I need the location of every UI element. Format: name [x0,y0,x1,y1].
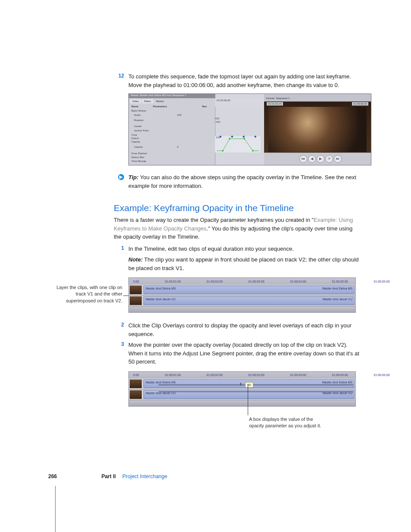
row-scale: Scale [134,114,140,116]
step-12: 12 To complete this sequence, fade the t… [114,72,359,89]
tab-filters: Filters [142,99,153,103]
col-nav: Nav [202,105,207,108]
scale-val: 100 [177,114,181,116]
tip-text: You can also do the above steps using th… [128,174,356,189]
clip-label-right: Master shot Debra MS [322,287,352,290]
clip-label: Master shot Debra MS [146,287,176,290]
row-center: Center [134,125,142,128]
canvas-tc-l: 00.00.09.04 [267,102,283,106]
step-number: 2 [114,321,124,338]
footer-vertical-rule [55,486,56,532]
clip-label: Master shot Jacob CU [146,298,175,301]
ruler-tick: 01:00:03:00 [249,373,265,376]
timeline-figure-1: 0:00 01:00:01:00 01:00:02:00 01:00:03:00… [128,277,356,313]
ruler-tick: 0:00 [133,280,139,283]
step-number: 3 [114,341,124,366]
step-3: 3 Move the pointer over the opacity over… [114,341,359,366]
tab-motion: Motion [154,99,166,103]
ruler-tick: 01:00:06:00 [374,373,390,376]
clip-thumb [130,296,142,305]
canvas-title: Canvas: Sequence 1 [266,97,290,100]
step-number: 1 [114,245,124,253]
intro-para: There is a faster way to create the Opac… [114,216,359,241]
page-number: 266 [48,473,57,479]
intro-pre: There is a faster way to create the Opac… [114,217,314,223]
ruler-tick: 01:00:04:00 [290,280,306,283]
clip-thumb [130,390,142,399]
btn-next-edit-icon: ⏭ [334,155,342,163]
timeline-bottom-bar [128,306,356,313]
row-dropshadow: Drop Shadow [131,152,147,155]
note-para: Note: The clip you want to appear in fro… [128,255,359,272]
clip-thumb [130,380,142,388]
opacity-val: 0 [177,146,178,148]
page-footer: 266 Part II Project Interchange [48,473,167,479]
example-heading: Example: Keyframing Opacity in the Timel… [114,203,359,213]
ruler-tick: 01:00:01:00 [165,280,181,283]
adjust-line-pointer-icon: ⇕ [239,382,243,386]
opacity-overlay-line [159,392,353,392]
tip-row: ▶ Tip: You can also do the above steps u… [114,173,359,190]
row-timeremap: Time Remap [131,160,146,162]
video-frame [268,107,367,152]
transport-controls: ⏮ ◀ ▶ ⟳ ⏭ [299,155,342,163]
tip-arrow-icon: ▶ [118,174,124,180]
btn-prev-edit-icon: ⏮ [299,155,307,163]
rot-plus: 432 [215,117,219,120]
below-annotation: A box displays the value of the opacity … [249,416,322,429]
row-basic: Basic Motion [131,109,146,112]
timeline-ruler: 0:00 01:00:01:00 01:00:02:00 01:00:03:00… [128,277,356,285]
ruler-tick: 01:00:02:00 [207,373,223,376]
motion-viewer-screenshot: Viewer: Master shot Debra MS from Sequen… [128,93,371,165]
col-param: Parameters [153,105,167,108]
ruler-tick: 01:00:06:00 [374,280,390,283]
canvas-preview: Canvas: Sequence 1 00.00.09.04 01:00:06:… [264,94,371,165]
track-v2: Master shot Debra MS Master shot Debra M… [128,379,356,389]
timeline-ruler: 0:00 01:00:01:00 01:00:02:00 01:00:03:00… [128,371,356,379]
clip-label-right: Master shot Jacob CU [323,298,352,301]
track-v2: Master shot Debra MS Master shot Debra M… [128,285,356,296]
clip-label: Master shot Debra MS [146,381,176,384]
footer-title: Project Interchange [122,473,167,479]
step-body: Click the Clip Overlays control to displ… [128,321,359,338]
tab-video: Video [130,99,141,103]
note-text: The clip you want to appear in front sho… [128,256,359,271]
btn-play-back-icon: ◀ [308,155,316,163]
step-body: To complete this sequence, fade the topm… [128,72,359,89]
clip-label-right: Master shot Jacob CU [323,392,352,395]
row-distort: Distort [131,137,139,140]
track-v1: Master shot Jacob CU Master shot Jacob C… [128,296,356,306]
side-annotation-1: Layer the clips, with one clip on track … [53,284,122,304]
tip-icon: ▶ [114,173,124,190]
row-crop: Crop [131,134,137,136]
step-2: 2 Click the Clip Overlays control to dis… [114,321,359,338]
note-label: Note: [128,256,143,263]
clip-label-right: Master shot Debra MS [322,381,352,384]
step-1: 1 In the Timeline, edit two clips of equ… [114,245,359,253]
timeline-bottom-bar [128,400,356,407]
btn-play-around-icon: ⟳ [325,155,333,163]
canvas-tc-r: 01:00:06:00 [352,102,368,106]
opacity-graph-svg [215,136,261,152]
annot-leader-line [123,296,128,296]
step-number: 12 [114,72,124,89]
opacity-overlay-line [159,385,353,385]
ruler-tick: 01:00:05:00 [332,280,348,283]
clip-label: Master shot Jacob CU [146,392,175,395]
ruler-tick: 01:00:05:00 [332,373,348,376]
motion-tc: 01:00:06:00 [215,98,264,107]
keyframe-diamonds: ◆ ◆ ◆ ◆ [219,135,261,138]
viewer-title: Viewer: Master shot Debra MS from Sequen… [129,94,215,98]
clip-thumb [130,286,142,294]
row-anchor: Anchor Point [134,129,149,132]
ruler-tick: 01:00:03:00 [249,280,265,283]
annot-leader-vline [248,384,248,415]
ruler-tick: 01:00:02:00 [207,280,223,283]
row-mblur: Motion Blur [131,156,144,159]
ruler-tick: 01:00:01:00 [165,373,181,376]
track-v1: Master shot Jacob CU Master shot Jacob C… [128,389,356,400]
opacity-value-box: 50 [245,382,253,388]
ruler-tick: 0:00 [133,373,139,376]
tip-label: Tip: [128,174,139,180]
svg-point-0 [222,150,224,152]
